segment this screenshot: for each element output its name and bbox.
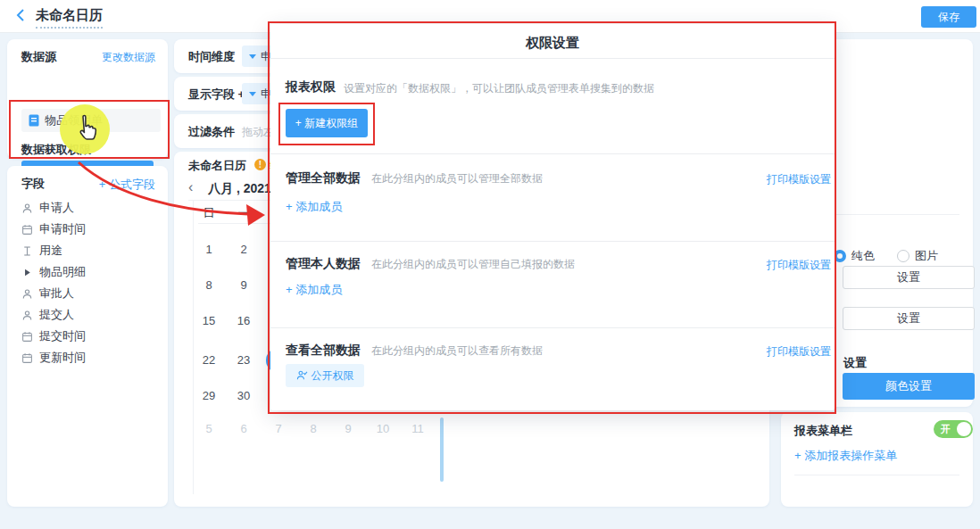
font-setting-button[interactable]: 设置 xyxy=(843,307,975,330)
print-template-link[interactable]: 打印模版设置 xyxy=(767,344,831,360)
day-cell-next-month[interactable]: 8 xyxy=(301,422,326,435)
field-item[interactable]: 申请人 xyxy=(21,198,164,218)
datasource-title: 数据源 xyxy=(21,49,56,65)
report-permission-desc: 设置对应的「数据权限」，可以让团队成员管理表单搜集到的数据 xyxy=(344,81,654,96)
report-permission-title: 报表权限 xyxy=(286,79,336,95)
field-item[interactable]: 更新时间 xyxy=(21,348,164,368)
day-cell[interactable]: 16 xyxy=(231,314,256,327)
field-item[interactable]: 审批人 xyxy=(21,284,164,303)
calendar-icon xyxy=(21,331,33,343)
add-report-menu-link[interactable]: + 添加报表操作菜单 xyxy=(794,448,897,464)
day-cell[interactable]: 9 xyxy=(231,278,256,292)
field-item-label: 申请时间 xyxy=(39,221,86,237)
user-icon xyxy=(21,310,33,321)
day-cell-next-month[interactable]: 11 xyxy=(405,422,430,435)
add-member-link[interactable]: + 添加成员 xyxy=(286,199,342,215)
radio-image[interactable]: 图片 xyxy=(897,247,938,264)
report-menu-toggle[interactable]: 开 xyxy=(934,420,973,438)
field-item-label: 更新时间 xyxy=(39,350,86,366)
text-icon xyxy=(21,245,33,257)
radio-image-label: 图片 xyxy=(915,249,938,262)
radio-solid-label: 纯色 xyxy=(851,249,875,262)
day-cell[interactable]: 1 xyxy=(196,243,221,256)
field-item[interactable]: 提交人 xyxy=(21,305,164,325)
toggle-knob xyxy=(957,422,971,436)
day-cell-next-month[interactable]: 5 xyxy=(196,422,221,435)
day-cell[interactable]: 2 xyxy=(231,243,256,256)
day-cell-next-month[interactable]: 6 xyxy=(231,422,256,435)
day-cell[interactable]: 30 xyxy=(231,389,256,402)
back-icon[interactable] xyxy=(14,8,29,22)
radio-selected-icon xyxy=(834,250,846,262)
chevron-down-icon xyxy=(249,92,256,96)
filter-label: 过滤条件 xyxy=(188,124,235,140)
formula-field-link[interactable]: + 公式字段 xyxy=(99,177,155,193)
setting-label: 设置 xyxy=(843,355,867,371)
field-item-label: 申请人 xyxy=(39,200,74,216)
print-template-link[interactable]: 打印模版设置 xyxy=(767,172,831,187)
toggle-on-label: 开 xyxy=(941,423,951,436)
field-item[interactable]: 提交时间 xyxy=(21,326,164,346)
group-name: 管理本人数据在此分组内的成员可以管理自己填报的数据 xyxy=(286,256,575,272)
print-template-link[interactable]: 打印模版设置 xyxy=(767,258,831,273)
field-item-label: 提交时间 xyxy=(39,328,86,344)
user-icon xyxy=(21,288,33,300)
group-name: 查看全部数据在此分组内的成员可以查看所有数据 xyxy=(286,343,543,359)
field-item-label: 用途 xyxy=(39,243,62,259)
change-datasource-link[interactable]: 更改数据源 xyxy=(102,50,155,65)
save-button[interactable]: 保存 xyxy=(921,6,976,28)
divider xyxy=(270,153,835,154)
day-cell[interactable]: 29 xyxy=(196,389,221,402)
group-desc: 在此分组内的成员可以管理全部数据 xyxy=(371,172,543,185)
warning-icon: ! xyxy=(254,159,266,170)
scrollbar-thumb[interactable] xyxy=(440,417,444,482)
chevron-down-icon xyxy=(249,54,256,59)
field-item[interactable]: 申请时间 xyxy=(21,219,164,239)
divider xyxy=(270,241,835,242)
file-icon xyxy=(29,114,39,127)
group-name: 管理全部数据在此分组内的成员可以管理全部数据 xyxy=(286,170,543,186)
subform-expand-icon xyxy=(21,267,33,278)
field-item-label: 提交人 xyxy=(39,307,74,323)
field-item[interactable]: 用途 xyxy=(21,241,164,260)
prev-month-icon[interactable]: ‹ xyxy=(188,179,193,195)
day-cell[interactable]: 15 xyxy=(196,314,221,327)
day-cell-next-month[interactable]: 9 xyxy=(336,422,361,435)
group-desc: 在此分组内的成员可以管理自己填报的数据 xyxy=(371,258,575,270)
time-dimension-label: 时间维度 xyxy=(188,49,235,65)
radio-solid-color[interactable]: 纯色 xyxy=(834,247,875,264)
field-item-label: 物品明细 xyxy=(39,264,86,280)
day-cell-next-month[interactable]: 10 xyxy=(370,422,395,435)
background-setting-button[interactable]: 设置 xyxy=(843,266,975,289)
grid-left-border xyxy=(193,200,194,494)
public-permission-label: 公开权限 xyxy=(311,369,354,382)
field-item-label: 审批人 xyxy=(39,285,74,302)
calendar-icon xyxy=(21,352,33,364)
divider xyxy=(270,327,835,328)
day-cell[interactable]: 22 xyxy=(196,353,221,367)
permission-settings-modal: 权限设置 报表权限 设置对应的「数据权限」，可以让团队成员管理表单搜集到的数据 … xyxy=(270,24,835,410)
color-setting-button[interactable]: 颜色设置 xyxy=(843,373,975,400)
radio-unselected-icon xyxy=(897,250,909,262)
group-desc: 在此分组内的成员可以查看所有数据 xyxy=(371,344,543,357)
day-cell[interactable]: 23 xyxy=(231,353,256,367)
weekday-header: 日 xyxy=(196,205,221,221)
day-cell[interactable]: 8 xyxy=(196,278,221,292)
field-item[interactable]: 物品明细 xyxy=(21,262,164,282)
report-menu-title: 报表菜单栏 xyxy=(794,423,852,439)
hand-cursor-icon xyxy=(71,113,102,145)
day-cell-next-month[interactable]: 7 xyxy=(266,422,291,435)
page-title[interactable]: 未命名日历 xyxy=(36,7,103,29)
add-member-link[interactable]: + 添加成员 xyxy=(286,282,342,298)
new-permission-group-button[interactable]: + 新建权限组 xyxy=(286,109,368,137)
calendar-icon xyxy=(21,224,33,236)
divider xyxy=(270,58,835,59)
weekday-header: 一 xyxy=(231,205,256,221)
app-window: 未命名日历 保存 数据源 更改数据源 物品领用单 数据获取权限 设置权限 字段 … xyxy=(0,0,980,529)
public-permission-badge[interactable]: 公开权限 xyxy=(286,364,364,387)
modal-title: 权限设置 xyxy=(270,35,835,52)
fields-title: 字段 xyxy=(21,176,45,192)
calendar-month: 八月 , 2021 xyxy=(208,181,271,197)
user-check-icon xyxy=(296,370,308,380)
calendar-title: 未命名日历 xyxy=(188,158,246,174)
